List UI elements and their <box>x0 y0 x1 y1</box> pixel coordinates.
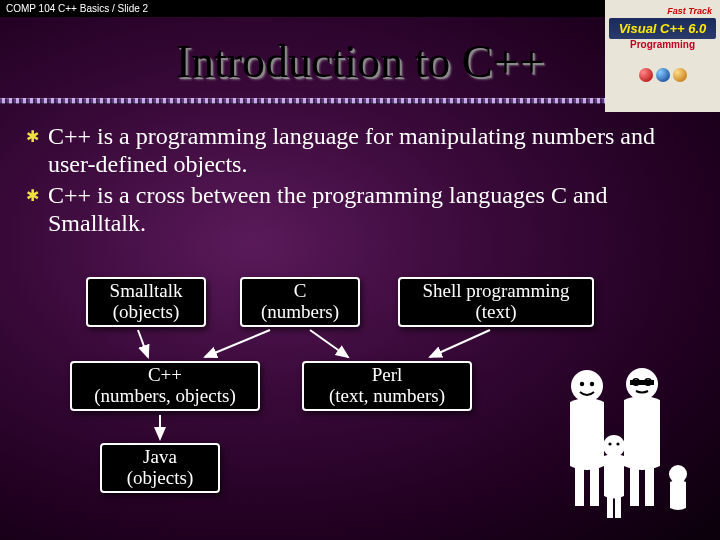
sphere-icon <box>639 68 653 82</box>
star-bullet-icon: ✱ <box>26 122 48 147</box>
svg-point-17 <box>608 442 611 445</box>
svg-rect-9 <box>590 466 599 506</box>
book-cover-image: Fast Track Visual C++ 6.0 Programming <box>605 0 720 112</box>
bullet-list: ✱ C++ is a programming language for mani… <box>0 116 720 237</box>
svg-rect-14 <box>630 466 639 506</box>
svg-line-0 <box>138 330 148 357</box>
svg-rect-8 <box>575 466 584 506</box>
book-subtitle: Programming <box>609 39 716 50</box>
bullet-text: C++ is a cross between the programming l… <box>48 181 700 238</box>
book-series: Fast Track <box>609 4 716 18</box>
svg-line-1 <box>205 330 270 357</box>
sphere-icon <box>656 68 670 82</box>
book-title: Visual C++ 6.0 <box>609 18 716 39</box>
book-art <box>609 55 716 95</box>
svg-point-16 <box>603 435 625 457</box>
svg-point-6 <box>580 382 584 386</box>
family-clipart <box>542 356 692 526</box>
svg-rect-19 <box>607 496 613 518</box>
svg-point-18 <box>616 442 619 445</box>
svg-line-2 <box>310 330 348 357</box>
bullet-item: ✱ C++ is a cross between the programming… <box>26 181 700 238</box>
sphere-icon <box>673 68 687 82</box>
svg-point-7 <box>590 382 594 386</box>
bullet-text: C++ is a programming language for manipu… <box>48 122 700 179</box>
star-bullet-icon: ✱ <box>26 181 48 206</box>
book-blurb <box>609 50 716 52</box>
svg-rect-20 <box>615 496 621 518</box>
breadcrumb: COMP 104 C++ Basics / Slide 2 <box>6 3 148 14</box>
bullet-item: ✱ C++ is a programming language for mani… <box>26 122 700 179</box>
svg-point-5 <box>571 370 603 402</box>
svg-rect-15 <box>645 466 654 506</box>
svg-line-3 <box>430 330 490 357</box>
